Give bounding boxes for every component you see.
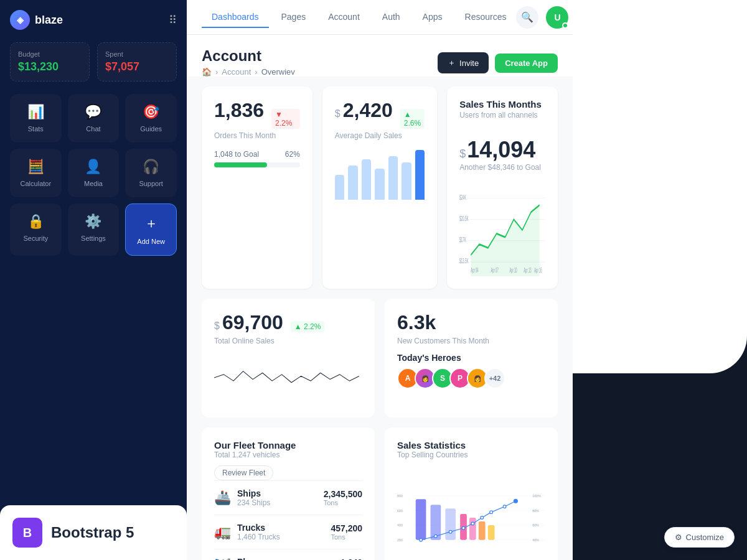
guides-icon: 🎯 <box>143 104 159 120</box>
svg-rect-27 <box>445 508 456 540</box>
sidebar-item-label: Media <box>84 180 103 187</box>
daily-sales-label: Average Daily Sales <box>335 131 425 140</box>
breadcrumb-home[interactable]: 🏠 <box>202 67 212 77</box>
bar-5 <box>388 156 398 200</box>
bar-1 <box>335 175 344 200</box>
ships-icon: 🚢 <box>214 490 231 506</box>
sidebar-item-support[interactable]: 🎧 Support <box>125 149 177 197</box>
online-dollar: $ <box>214 320 220 332</box>
spent-value: $7,057 <box>105 60 169 73</box>
sales-dollar: $ <box>459 147 466 161</box>
app-name: blaze <box>35 14 63 27</box>
customize-button[interactable]: ⚙ Customize <box>664 527 735 548</box>
svg-text:80%: 80% <box>532 509 539 513</box>
sales-stats-card: Sales Statistics Top Selling Countries 8… <box>385 427 558 560</box>
sidebar-item-label: Stats <box>28 125 44 133</box>
second-row: $ 69,700 ▲ 2.2% Total Online Sales 6.3k … <box>202 299 558 418</box>
sidebar: ◈ blaze ⠿ Budget $13,230 Spent $7,057 📊 … <box>0 0 187 560</box>
sales-month-title: Sales This Months <box>459 99 545 110</box>
fleet-count: 1,460 Trucks <box>237 533 280 541</box>
svg-text:Apr 07: Apr 07 <box>491 267 499 274</box>
svg-point-38 <box>490 511 493 514</box>
svg-text:$17K: $17K <box>459 236 466 244</box>
review-fleet-button[interactable]: Review Fleet <box>214 465 273 480</box>
sales-month-value: 14,094 <box>467 137 535 163</box>
svg-point-34 <box>449 530 452 533</box>
sidebar-item-settings[interactable]: ⚙️ Settings <box>68 203 120 256</box>
svg-text:Apr 04: Apr 04 <box>471 267 479 274</box>
tab-pages[interactable]: Pages <box>271 7 316 28</box>
dashboard-content: 1,836 ▼ 2.2% Orders This Month 1,048 to … <box>187 77 573 560</box>
sidebar-item-stats[interactable]: 📊 Stats <box>10 94 62 142</box>
online-sales-value: 69,700 <box>222 311 283 334</box>
tab-account[interactable]: Account <box>318 7 370 28</box>
menu-icon[interactable]: ⠿ <box>169 13 177 27</box>
online-sales-badge: ▲ 2.2% <box>291 321 325 332</box>
online-sales-card: $ 69,700 ▲ 2.2% Total Online Sales <box>202 299 375 418</box>
bootstrap-label: Bootstrap 5 <box>51 524 134 541</box>
fleet-value-right: 1,240 Tons <box>341 558 362 560</box>
tab-dashboards[interactable]: Dashboards <box>202 7 269 28</box>
breadcrumb-sep2: › <box>255 67 257 77</box>
fleet-item-ships: 🚢 Ships 234 Ships 2,345,500 Tons <box>214 480 362 515</box>
avatar-button[interactable]: U <box>546 6 568 29</box>
add-icon: ＋ <box>144 214 158 233</box>
sidebar-item-label: Calculator <box>21 180 52 187</box>
sidebar-item-guides[interactable]: 🎯 Guides <box>125 94 177 142</box>
chat-icon: 💬 <box>85 104 101 120</box>
sidebar-item-add-new[interactable]: ＋ Add New <box>125 203 177 256</box>
fleet-item-info: Trucks 1,460 Trucks <box>237 523 280 541</box>
customers-card: 6.3k New Customers This Month Today's He… <box>385 299 558 418</box>
sidebar-item-media[interactable]: 👤 Media <box>68 149 120 197</box>
dollar-prefix: $ <box>335 108 341 119</box>
svg-rect-30 <box>479 521 486 540</box>
svg-point-39 <box>503 505 506 508</box>
svg-text:Apr 16: Apr 16 <box>535 267 543 274</box>
progress-container: 1,048 to Goal 62% <box>214 150 300 167</box>
create-app-button[interactable]: Create App <box>495 54 558 73</box>
fleet-title: Our Fleet Tonnage <box>214 440 362 450</box>
fleet-item-info: Ships 234 Ships <box>237 488 270 507</box>
svg-rect-31 <box>488 525 495 540</box>
hero-count: +42 <box>484 368 505 389</box>
sidebar-item-calculator[interactable]: 🧮 Calculator <box>10 149 62 197</box>
calculator-icon: 🧮 <box>27 159 44 175</box>
sidebar-item-label: Settings <box>81 235 106 242</box>
svg-text:100%: 100% <box>532 494 541 498</box>
wavy-chart <box>214 353 362 405</box>
tab-auth[interactable]: Auth <box>372 7 410 28</box>
svg-point-32 <box>420 538 423 541</box>
customize-label: Customize <box>686 533 724 542</box>
svg-text:800: 800 <box>397 494 403 498</box>
progress-text: 1,048 to Goal <box>214 150 259 159</box>
breadcrumb-section[interactable]: Account <box>222 67 251 77</box>
budget-row: Budget $13,230 Spent $7,057 <box>10 42 177 82</box>
right-panel: ⚙ Customize <box>573 0 747 560</box>
invite-label: Invite <box>459 58 479 68</box>
invite-button[interactable]: ＋ Invite <box>438 52 489 73</box>
customers-label: New Customers This Month <box>397 337 545 345</box>
fleet-subtitle: Total 1,247 vehicles <box>214 450 362 459</box>
svg-text:400: 400 <box>397 523 403 527</box>
budget-card: Budget $13,230 <box>10 42 90 82</box>
heroes-title: Today's Heroes <box>397 353 545 363</box>
budget-label: Budget <box>18 50 82 58</box>
tab-apps[interactable]: Apps <box>413 7 453 28</box>
sidebar-item-label: Support <box>139 180 163 187</box>
svg-text:600: 600 <box>397 509 403 513</box>
search-button[interactable]: 🔍 <box>516 6 538 29</box>
progress-bar-fill <box>214 162 267 167</box>
svg-point-35 <box>462 526 465 530</box>
bar-2 <box>348 166 357 200</box>
ships-value: 2,345,500 <box>324 489 362 499</box>
page-header-left: Account 🏠 › Account › Overwiev <box>202 47 295 77</box>
sliders-icon: ⚙ <box>675 533 682 542</box>
tab-resources[interactable]: Resources <box>455 7 517 28</box>
sales-month-card: Sales This Months Users from all channel… <box>447 86 558 289</box>
budget-value: $13,230 <box>18 60 82 73</box>
fleet-value-right: 2,345,500 Tons <box>324 489 362 506</box>
sidebar-item-security[interactable]: 🔒 Security <box>10 203 62 256</box>
sidebar-item-chat[interactable]: 💬 Chat <box>68 94 120 142</box>
daily-sales-badge: ▲ 2.6% <box>400 109 425 129</box>
bootstrap-badge: B Bootstrap 5 <box>12 518 174 548</box>
